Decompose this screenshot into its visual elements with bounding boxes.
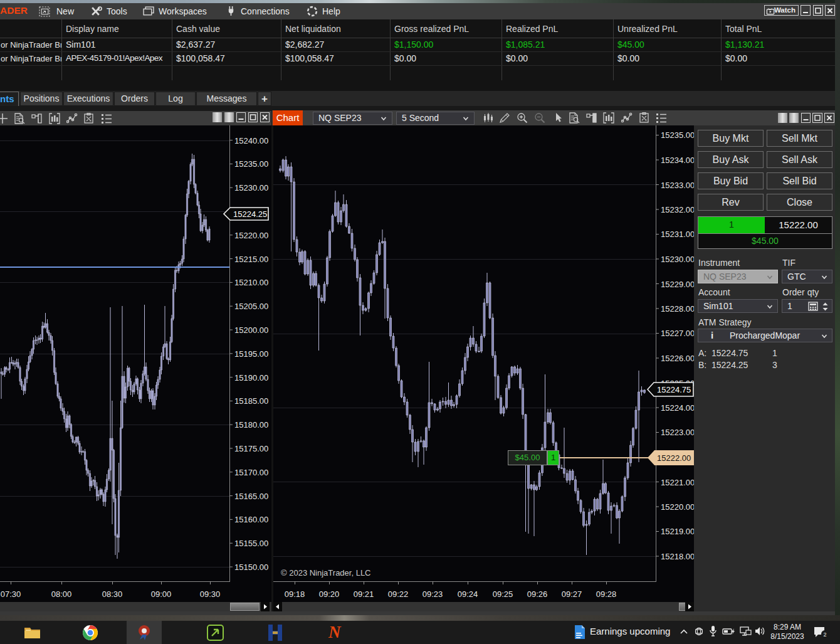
- svg-text:15222.00: 15222.00: [657, 453, 691, 463]
- svg-text:2: 2: [823, 631, 826, 638]
- svg-text:15224.75: 15224.75: [657, 385, 691, 394]
- svg-text:15224.25: 15224.25: [233, 209, 267, 219]
